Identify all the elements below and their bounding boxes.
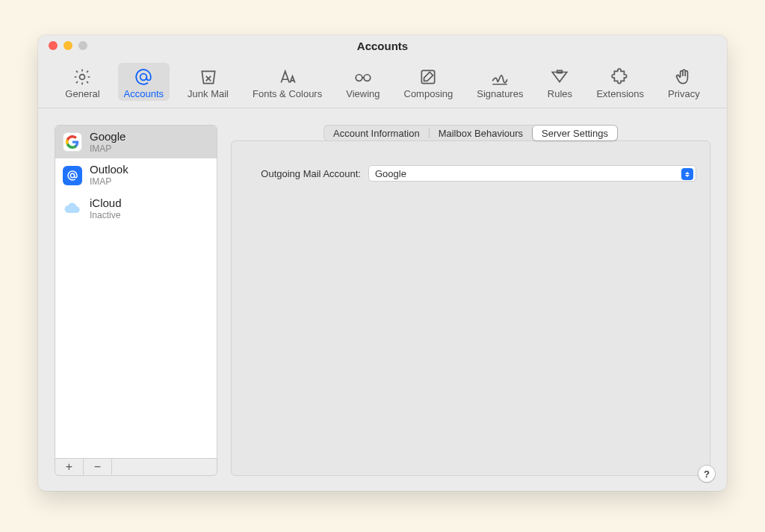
prefs-toolbar: General Accounts Junk Mail Fonts & Colou… [38, 56, 727, 108]
google-icon [63, 132, 82, 152]
tab-mailbox-behaviours[interactable]: Mailbox Behaviours [430, 126, 532, 140]
select-value: Google [375, 168, 406, 179]
add-account-button[interactable]: + [55, 459, 84, 475]
titlebar: Accounts [38, 35, 727, 56]
tab-server-settings[interactable]: Server Settings [533, 126, 617, 140]
accounts-list-footer: + − [55, 458, 217, 476]
account-subtitle: Inactive [90, 210, 122, 220]
tab-general[interactable]: General [59, 63, 105, 101]
svg-point-3 [364, 75, 371, 81]
footer-spacer [112, 459, 217, 475]
junk-icon [199, 66, 218, 88]
tab-viewing[interactable]: Viewing [340, 63, 385, 101]
tab-label: Signatures [477, 88, 523, 99]
minimize-window-button[interactable] [64, 41, 72, 50]
tab-composing[interactable]: Composing [398, 63, 459, 101]
tab-privacy[interactable]: Privacy [662, 63, 706, 101]
tab-label: Account Information [333, 128, 420, 139]
signature-icon [490, 66, 510, 88]
window-title: Accounts [38, 40, 727, 52]
account-text: Google IMAP [90, 130, 126, 154]
tab-label: Extensions [596, 88, 644, 99]
account-name: iCloud [90, 197, 122, 210]
puzzle-icon [610, 66, 630, 88]
tab-signatures[interactable]: Signatures [471, 63, 529, 101]
minus-icon: − [94, 460, 101, 474]
account-text: Outlook IMAP [90, 163, 128, 187]
account-row-google[interactable]: Google IMAP [55, 126, 217, 158]
tab-rules[interactable]: Rules [541, 63, 578, 101]
compose-icon [418, 66, 438, 88]
rules-icon [550, 66, 569, 88]
account-name: Google [90, 130, 126, 143]
hand-icon [674, 66, 693, 88]
outlook-icon [63, 166, 82, 185]
accounts-list[interactable]: Google IMAP Outlook IMAP [55, 125, 217, 459]
account-text: iCloud Inactive [90, 197, 122, 220]
account-subtitle: IMAP [90, 143, 126, 154]
zoom-window-button[interactable] [78, 41, 87, 50]
tab-label: Junk Mail [188, 88, 229, 99]
account-detail-panel: Account Information Mailbox Behaviours S… [231, 125, 710, 476]
tab-label: Accounts [124, 88, 164, 99]
tab-label: Viewing [346, 88, 380, 99]
tab-label: Rules [548, 88, 572, 99]
tab-fonts-colours[interactable]: Fonts & Colours [247, 63, 328, 101]
icloud-icon [63, 199, 82, 218]
tab-label: General [65, 88, 99, 99]
tab-account-information[interactable]: Account Information [324, 126, 429, 140]
svg-point-5 [70, 173, 74, 177]
tab-junk-mail[interactable]: Junk Mail [182, 63, 235, 101]
window-controls [49, 41, 87, 50]
help-label: ? [704, 468, 710, 480]
accounts-sidebar: Google IMAP Outlook IMAP [55, 125, 217, 476]
tab-label: Composing [404, 88, 453, 99]
account-row-icloud[interactable]: iCloud Inactive [55, 192, 217, 225]
svg-point-0 [80, 75, 85, 80]
updown-chevron-icon [681, 168, 693, 180]
tab-label: Server Settings [542, 128, 608, 139]
tab-label: Mailbox Behaviours [439, 128, 523, 139]
outgoing-account-row: Outgoing Mail Account: Google [232, 162, 710, 185]
account-row-outlook[interactable]: Outlook IMAP [55, 158, 217, 191]
tab-label: Privacy [668, 88, 700, 99]
outgoing-account-label: Outgoing Mail Account: [245, 168, 361, 179]
at-sign-icon [134, 66, 153, 88]
account-subtitle: IMAP [90, 176, 128, 187]
server-settings-body: Outgoing Mail Account: Google [231, 140, 710, 476]
glasses-icon [353, 66, 373, 88]
outgoing-account-select[interactable]: Google [368, 165, 696, 182]
close-window-button[interactable] [49, 41, 58, 50]
gear-icon [72, 66, 92, 88]
remove-account-button[interactable]: − [84, 459, 112, 475]
tab-accounts[interactable]: Accounts [118, 63, 170, 101]
plus-icon: + [66, 460, 72, 474]
detail-tabs: Account Information Mailbox Behaviours S… [323, 125, 618, 141]
account-name: Outlook [90, 163, 128, 176]
detail-tabs-row: Account Information Mailbox Behaviours S… [231, 125, 710, 141]
fonts-icon [278, 66, 297, 88]
tab-extensions[interactable]: Extensions [590, 63, 650, 101]
svg-point-1 [140, 74, 147, 81]
preferences-window: Accounts General Accounts Junk Mail [38, 35, 727, 491]
svg-point-2 [356, 75, 362, 81]
help-button[interactable]: ? [699, 466, 715, 482]
content-area: Google IMAP Outlook IMAP [38, 108, 727, 491]
tab-label: Fonts & Colours [253, 88, 322, 99]
